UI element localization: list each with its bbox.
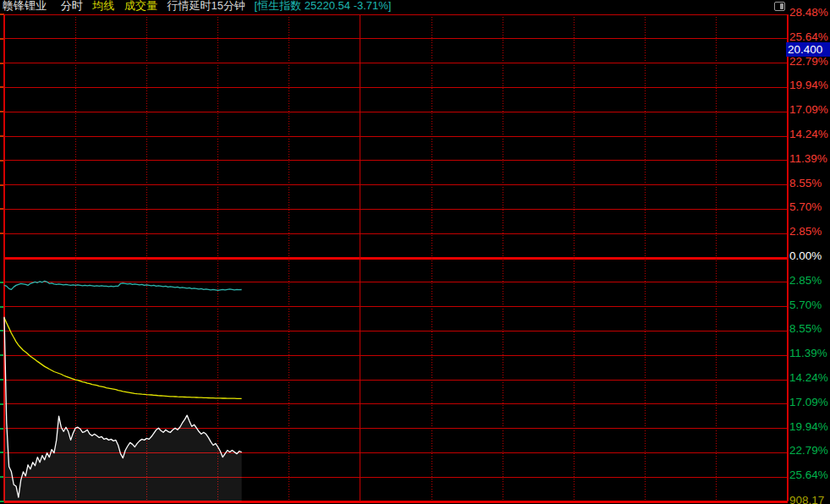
axis-label-red: 5.70% [789, 200, 830, 213]
current-price-tag: 20.400 [786, 42, 830, 57]
axis-label-red: 8.55% [789, 177, 830, 189]
axis-label-green: 11.39% [789, 347, 830, 359]
axis-label-red: 19.94% [789, 79, 830, 91]
price-area-fill [4, 317, 242, 501]
axis-label-red: 17.09% [789, 103, 830, 116]
average-line [4, 318, 242, 399]
axis-label-green: 19.94% [789, 420, 830, 433]
axis-label-red: 14.24% [789, 128, 830, 140]
axis-label-green: 25.64% [789, 468, 830, 481]
axis-label-white: 0.00% [789, 249, 830, 262]
axis-label-red: 11.39% [789, 152, 830, 165]
axis-label-red: 2.85% [789, 225, 830, 238]
intraday-chart-canvas[interactable] [0, 0, 830, 504]
axis-label-green: 22.79% [789, 444, 830, 457]
axis-label-green: 17.09% [789, 396, 830, 408]
axis-label-red: 25.64% [789, 30, 830, 43]
stock-intraday-screen: 赣锋锂业 分时 均线 成交量 行情延时15分钟 [恒生指数 25220.54 -… [0, 0, 830, 504]
axis-label-green: 8.55% [789, 322, 830, 335]
axis-label-red: 28.48% [789, 6, 830, 19]
axis-label-green: 5.70% [789, 299, 830, 311]
axis-label-green: 2.85% [789, 274, 830, 287]
volume-scale-label: 908.17 [789, 494, 830, 504]
axis-label-green: 14.24% [789, 371, 830, 384]
